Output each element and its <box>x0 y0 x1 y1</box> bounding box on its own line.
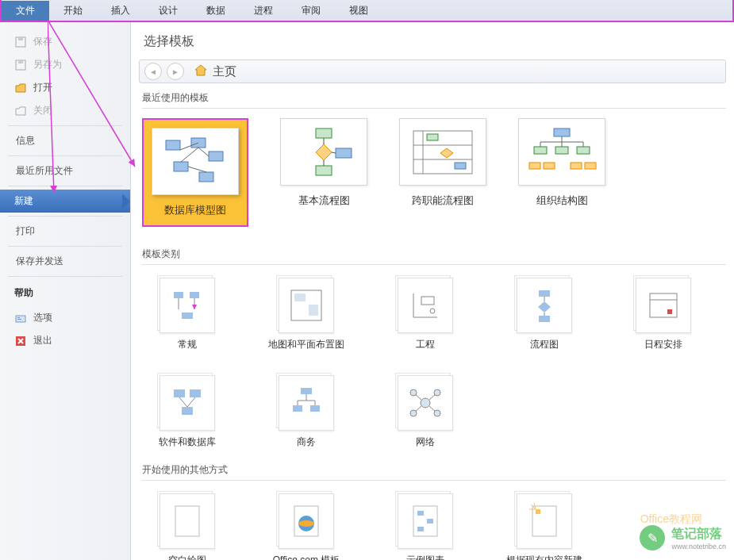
svg-marker-20 <box>316 144 332 160</box>
category-label: 软件和数据库 <box>159 435 216 449</box>
other-label: 根据现有内容新建 <box>506 554 582 560</box>
template-database-model[interactable]: 数据库模型图 <box>142 118 248 227</box>
svg-rect-63 <box>667 309 672 314</box>
sidebar-save-label: 保存 <box>33 35 52 48</box>
category-schedule[interactable]: 日程安排 <box>628 278 699 351</box>
template-org-chart[interactable]: 组织结构图 <box>518 118 605 227</box>
categories-label: 模板类别 <box>142 247 726 265</box>
svg-rect-10 <box>166 140 180 150</box>
template-basic-flowchart[interactable]: 基本流程图 <box>280 118 367 227</box>
svg-point-79 <box>410 410 417 416</box>
svg-rect-51 <box>309 305 318 316</box>
other-label: 空白绘图 <box>168 554 206 560</box>
svg-marker-57 <box>538 301 551 313</box>
category-software[interactable]: 软件和数据库 <box>152 375 223 449</box>
backstage-sidebar: 保存 另存为 打开 关闭 信息 最近所用文件 新建 打印 保存并发送 帮助 选项 <box>0 22 131 560</box>
svg-rect-64 <box>174 389 185 397</box>
svg-rect-35 <box>555 147 568 154</box>
svg-point-78 <box>434 389 440 396</box>
svg-line-82 <box>429 395 435 400</box>
svg-point-55 <box>430 309 435 313</box>
ribbon-tabs: 文件 开始 插入 设计 数据 进程 审阅 视图 <box>0 0 734 22</box>
template-cross-functional[interactable]: 跨职能流程图 <box>399 118 486 227</box>
svg-rect-58 <box>539 316 550 322</box>
other-label: 示例图表 <box>406 554 444 560</box>
svg-rect-66 <box>182 407 193 415</box>
sidebar-recent[interactable]: 最近所用文件 <box>0 159 130 182</box>
sidebar-savesend[interactable]: 保存并发送 <box>0 250 130 273</box>
watermark: ✎ 笔记部落 www.notetribe.cn <box>640 525 726 550</box>
nav-back-button[interactable]: ◄ <box>144 63 162 80</box>
sidebar-new-label: 新建 <box>14 194 33 208</box>
svg-point-77 <box>410 389 417 396</box>
svg-rect-70 <box>293 405 302 412</box>
category-grid: 常规 地图和平面布置图 工程 流程图 日程安排 软件和数据库 商务 网络 <box>139 270 726 457</box>
svg-rect-48 <box>182 313 193 319</box>
recent-templates-row: 数据库模型图 基本流程图 跨职能流程图 组织结构图 <box>139 113 726 241</box>
sidebar-exit[interactable]: 退出 <box>0 329 130 352</box>
watermark-cn: 笔记部落 <box>671 526 726 543</box>
svg-rect-54 <box>421 297 434 305</box>
svg-rect-61 <box>650 293 677 317</box>
svg-rect-5 <box>17 317 20 318</box>
svg-rect-30 <box>427 134 438 140</box>
exit-icon <box>14 335 27 347</box>
category-maps[interactable]: 地图和平面布置图 <box>271 278 342 351</box>
svg-rect-47 <box>190 292 199 298</box>
tab-process[interactable]: 进程 <box>240 1 287 21</box>
saveas-icon <box>14 59 27 71</box>
tab-data[interactable]: 数据 <box>192 1 240 21</box>
svg-rect-38 <box>544 163 555 169</box>
svg-line-17 <box>181 148 198 162</box>
template-thumb <box>399 118 486 186</box>
sidebar-open[interactable]: 打开 <box>0 76 130 99</box>
svg-rect-3 <box>18 60 23 63</box>
other-officecom[interactable]: Office.com 模板 <box>271 493 342 560</box>
svg-rect-40 <box>585 163 596 169</box>
sidebar-options-label: 选项 <box>33 311 52 324</box>
svg-line-83 <box>416 406 421 411</box>
category-network[interactable]: 网络 <box>390 375 461 449</box>
tab-home[interactable]: 开始 <box>49 1 97 21</box>
watermark-en: www.notetribe.cn <box>671 543 726 550</box>
category-business[interactable]: 商务 <box>271 375 342 449</box>
svg-line-81 <box>416 395 421 400</box>
recent-templates-label: 最近使用的模板 <box>142 91 726 109</box>
sidebar-new[interactable]: 新建 <box>0 190 130 213</box>
page-title: 选择模板 <box>139 33 726 50</box>
other-existing[interactable]: 根据现有内容新建 <box>509 493 580 560</box>
tab-insert[interactable]: 插入 <box>97 1 144 21</box>
svg-rect-69 <box>301 388 312 394</box>
other-blank[interactable]: 空白绘图 <box>152 493 223 560</box>
category-engineering[interactable]: 工程 <box>390 278 461 351</box>
content-area: 选择模板 ◄ ► 主页 最近使用的模板 数据库模型图 基本流程图 <box>131 22 734 560</box>
sidebar-info[interactable]: 信息 <box>0 129 130 152</box>
category-general[interactable]: 常规 <box>152 278 223 351</box>
svg-rect-6 <box>17 319 21 320</box>
sidebar-saveas[interactable]: 另存为 <box>0 53 130 76</box>
tab-file[interactable]: 文件 <box>2 1 49 21</box>
svg-rect-12 <box>209 152 223 161</box>
svg-rect-39 <box>571 163 582 169</box>
sidebar-save[interactable]: 保存 <box>0 30 130 53</box>
tab-design[interactable]: 设计 <box>144 1 192 21</box>
sidebar-close[interactable]: 关闭 <box>0 99 130 122</box>
category-flowchart[interactable]: 流程图 <box>509 278 580 351</box>
tab-review[interactable]: 审阅 <box>287 1 335 21</box>
svg-line-68 <box>187 397 195 407</box>
open-icon <box>14 82 27 94</box>
category-label: 网络 <box>416 435 435 449</box>
sidebar-help[interactable]: 帮助 <box>0 280 130 306</box>
svg-rect-14 <box>199 172 213 182</box>
other-samples[interactable]: 示例图表 <box>390 493 461 560</box>
tab-view[interactable]: 视图 <box>335 1 382 21</box>
sidebar-options[interactable]: 选项 <box>0 306 130 329</box>
home-icon <box>194 63 208 80</box>
breadcrumb-bar: ◄ ► 主页 <box>139 59 726 83</box>
svg-rect-21 <box>336 148 352 158</box>
nav-forward-button[interactable]: ► <box>167 63 184 80</box>
template-label: 数据库模型图 <box>164 203 226 217</box>
breadcrumb-home[interactable]: 主页 <box>194 63 236 80</box>
svg-line-24 <box>332 152 336 153</box>
sidebar-print[interactable]: 打印 <box>0 220 130 243</box>
